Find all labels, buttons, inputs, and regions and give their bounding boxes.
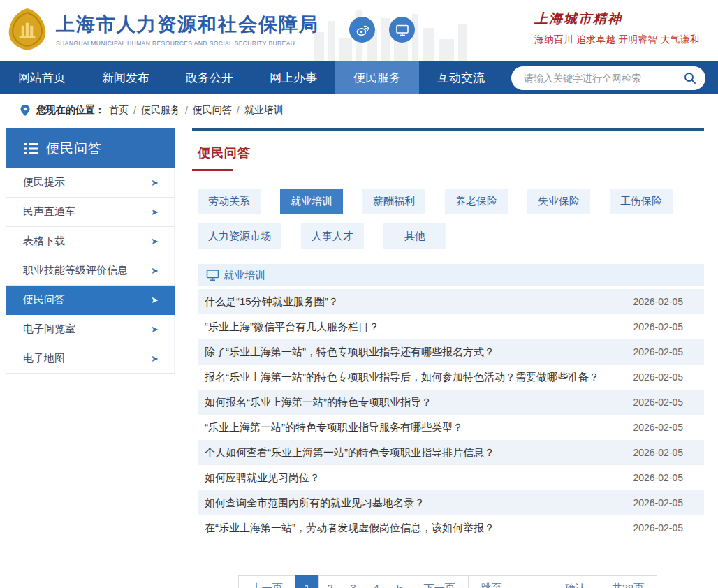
page-jump-input[interactable] <box>515 576 552 588</box>
page-button-3[interactable]: 3 <box>342 575 365 588</box>
total-pages: 共29页 <box>599 575 658 588</box>
arrow-right-icon: ➤ <box>151 207 159 217</box>
list-item[interactable]: “乐业上海第一站”的特色专项职业指导服务有哪些类型？ 2026-02-05 <box>198 415 704 440</box>
arrow-right-icon: ➤ <box>151 324 159 335</box>
tab-personnel-talent[interactable]: 人事人才 <box>301 223 364 249</box>
list-icon <box>24 142 38 155</box>
category-tabs: 劳动关系 就业培训 薪酬福利 养老保险 失业保险 工伤保险 人力资源市场 人事人… <box>198 189 704 249</box>
item-date: 2026-02-05 <box>633 472 683 483</box>
item-date: 2026-02-05 <box>633 497 683 508</box>
item-date: 2026-02-05 <box>633 522 683 534</box>
item-date: 2026-02-05 <box>633 447 683 458</box>
nav-item-online-services[interactable]: 网上办事 <box>251 61 335 94</box>
main-panel: 便民问答 劳动关系 就业培训 薪酬福利 养老保险 失业保险 工伤保险 人力资源市… <box>192 128 704 588</box>
jump-to-label: 跳至 <box>468 575 515 588</box>
location-pin-icon <box>20 104 31 117</box>
nav-item-gov-affairs[interactable]: 政务公开 <box>168 61 251 94</box>
weibo-button[interactable] <box>349 17 375 43</box>
breadcrumb-home[interactable]: 首页 <box>109 104 129 117</box>
site-header: 上海市人力资源和社会保障局 SHANGHAI MUNICIPAL HUMAN R… <box>0 0 718 61</box>
monitor-icon <box>206 269 219 281</box>
section-header: 就业培训 <box>198 264 704 286</box>
page-button-1[interactable]: 1 <box>295 575 319 588</box>
pagination: 上一页 1 2 3 4 5 下一页 跳至 确认 共29页 <box>239 575 658 588</box>
breadcrumb-separator: / <box>133 105 136 116</box>
page-title: 便民问答 <box>198 146 251 160</box>
page-button-5[interactable]: 5 <box>388 575 411 588</box>
list-item[interactable]: 除了“乐业上海第一站”，特色专项职业指导还有哪些报名方式？ 2026-02-05 <box>198 339 704 365</box>
list-item[interactable]: 如何报名“乐业上海第一站”的特色专项职业指导？ 2026-02-05 <box>198 390 704 415</box>
sidebar-item-qa[interactable]: 便民问答 ➤ <box>6 286 175 315</box>
tab-salary-welfare[interactable]: 薪酬福利 <box>362 189 425 214</box>
breadcrumb-public-services[interactable]: 便民服务 <box>141 104 180 117</box>
nav-item-news[interactable]: 新闻发布 <box>84 61 168 94</box>
arrow-right-icon: ➤ <box>151 236 159 247</box>
nav-item-home[interactable]: 网站首页 <box>0 61 84 94</box>
tab-pension-insurance[interactable]: 养老保险 <box>445 189 508 214</box>
sidebar-item-tips[interactable]: 便民提示 ➤ <box>6 168 175 198</box>
sidebar-item-form-download[interactable]: 表格下载 ➤ <box>6 227 175 256</box>
confirm-button[interactable]: 确认 <box>552 575 599 588</box>
sidebar-item-skill-evaluation[interactable]: 职业技能等级评价信息 ➤ <box>6 256 175 286</box>
nav-item-interaction[interactable]: 互动交流 <box>419 61 503 94</box>
sidebar-header: 便民问答 <box>6 128 175 168</box>
site-subtitle: SHANGHAI MUNICIPAL HUMAN RESOURCES AND S… <box>56 40 319 47</box>
jump-input-cell <box>515 575 552 588</box>
monitor-icon <box>395 22 410 38</box>
list-item[interactable]: 什么是“15分钟就业服务圈”？ 2026-02-05 <box>198 289 704 314</box>
sidebar-item-reading-room[interactable]: 电子阅览室 ➤ <box>6 315 175 344</box>
main-nav: 网站首页 新闻发布 政务公开 网上办事 便民服务 互动交流 <box>0 61 718 94</box>
item-date: 2026-02-05 <box>633 372 683 383</box>
list-item[interactable]: 在“乐业上海第一站”，劳动者发现虚假岗位信息，该如何举报？ 2026-02-05 <box>198 515 704 541</box>
sidebar-item-voice-express[interactable]: 民声直通车 ➤ <box>6 198 175 227</box>
list-item[interactable]: 个人如何查看“乐业上海第一站”的特色专项职业指导排片信息？ 2026-02-05 <box>198 440 704 465</box>
next-page-button[interactable]: 下一页 <box>411 575 469 588</box>
tab-unemployment-insurance[interactable]: 失业保险 <box>527 189 590 214</box>
search-icon <box>683 71 697 85</box>
search-input[interactable] <box>524 73 683 84</box>
tab-hr-market[interactable]: 人力资源市场 <box>198 223 281 249</box>
arrow-right-icon: ➤ <box>151 177 159 188</box>
item-date: 2026-02-05 <box>633 346 683 358</box>
weibo-icon <box>355 22 370 38</box>
tab-labor-relations[interactable]: 劳动关系 <box>198 189 261 214</box>
arrow-right-icon: ➤ <box>151 265 159 276</box>
breadcrumb-separator: / <box>237 105 240 116</box>
nav-item-public-services[interactable]: 便民服务 <box>335 61 419 94</box>
item-date: 2026-02-05 <box>633 397 683 408</box>
bureau-logo-icon <box>6 7 49 52</box>
breadcrumb: 您现在的位置： 首页 / 便民服务 / 便民问答 / 就业培训 <box>0 94 718 126</box>
sidebar-item-emap[interactable]: 电子地图 ➤ <box>6 344 175 374</box>
qa-list: 什么是“15分钟就业服务圈”？ 2026-02-05 “乐业上海”微信平台有几大… <box>198 289 704 541</box>
page-button-2[interactable]: 2 <box>318 575 342 588</box>
search-button[interactable] <box>683 71 697 85</box>
breadcrumb-separator: / <box>185 105 188 116</box>
portal-button[interactable] <box>389 17 415 43</box>
city-spirit-title: 上海城市精神 <box>534 10 705 28</box>
breadcrumb-current: 就业培训 <box>244 104 284 117</box>
site-title: 上海市人力资源和社会保障局 <box>56 12 319 37</box>
section-title: 就业培训 <box>224 269 265 282</box>
item-date: 2026-02-05 <box>633 321 683 332</box>
arrow-right-icon: ➤ <box>151 353 159 364</box>
sidebar-title: 便民问答 <box>46 140 102 158</box>
tab-work-injury-insurance[interactable]: 工伤保险 <box>610 189 673 214</box>
tab-other[interactable]: 其他 <box>383 223 446 249</box>
list-item[interactable]: “乐业上海”微信平台有几大服务栏目？ 2026-02-05 <box>198 314 704 339</box>
breadcrumb-qa[interactable]: 便民问答 <box>193 104 232 117</box>
brand[interactable]: 上海市人力资源和社会保障局 SHANGHAI MUNICIPAL HUMAN R… <box>6 7 319 52</box>
list-item[interactable]: 如何应聘就业见习岗位？ 2026-02-05 <box>198 465 704 490</box>
page-button-4[interactable]: 4 <box>365 575 388 588</box>
list-item[interactable]: 如何查询全市范围内所有的就业见习基地名录？ 2026-02-05 <box>198 490 704 515</box>
prev-page-button[interactable]: 上一页 <box>238 575 296 588</box>
item-date: 2026-02-05 <box>633 296 683 307</box>
arrow-right-icon: ➤ <box>151 295 159 305</box>
list-item[interactable]: 报名“乐业上海第一站”的特色专项职业指导后，如何参加特色活动？需要做哪些准备？ … <box>198 365 704 390</box>
breadcrumb-prefix: 您现在的位置： <box>36 104 105 117</box>
city-spirit-text: 海纳百川 追求卓越 开明睿智 大气谦和 <box>534 34 705 46</box>
item-date: 2026-02-05 <box>633 422 683 433</box>
site-search <box>511 66 705 90</box>
tab-employment-training[interactable]: 就业培训 <box>280 189 343 214</box>
sidebar: 便民问答 便民提示 ➤ 民声直通车 ➤ 表格下载 ➤ 职业技能等级评价信息 ➤ … <box>6 128 175 588</box>
